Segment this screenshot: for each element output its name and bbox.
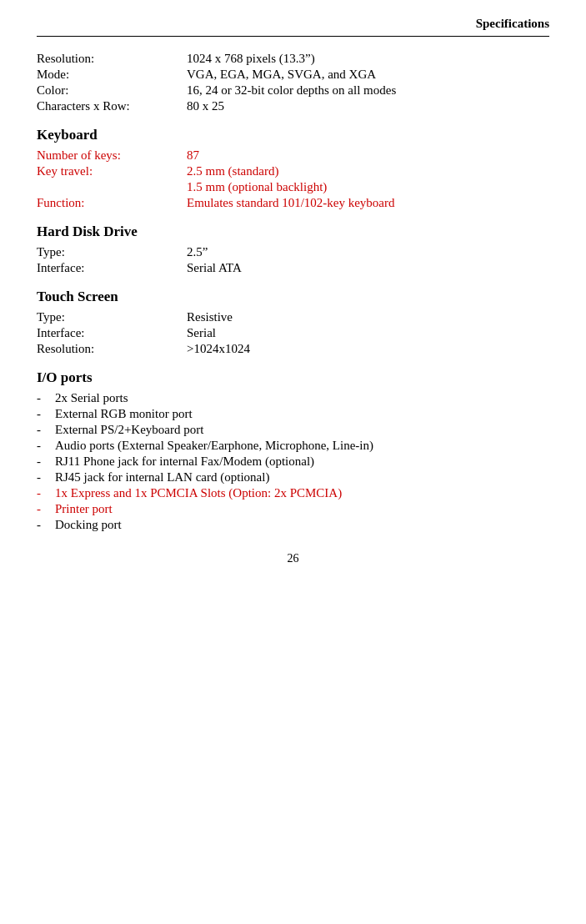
io-ports-section-title: I/O ports (37, 369, 549, 386)
spec-row: Number of keys: 87 (37, 148, 549, 163)
list-dash: - (37, 439, 55, 453)
list-item: - 1x Express and 1x PCMCIA Slots (Option… (37, 486, 549, 500)
touch-screen-section: Touch Screen Type: Resistive Interface: … (37, 289, 549, 356)
list-item-text: RJ11 Phone jack for internal Fax/Modem (… (55, 454, 314, 469)
spec-value: VGA, EGA, MGA, SVGA, and XGA (187, 68, 549, 82)
list-item-text: Docking port (55, 518, 122, 532)
header-title: Specifications (476, 17, 549, 30)
list-item: - External RGB monitor port (37, 407, 549, 421)
spec-value: Serial ATA (187, 261, 549, 275)
spec-row: Color: 16, 24 or 32-bit color depths on … (37, 83, 549, 98)
spec-value: Emulates standard 101/102-key keyboard (187, 196, 549, 210)
spec-row: Key travel: 2.5 mm (standard) (37, 164, 549, 178)
display-section: Resolution: 1024 x 768 pixels (13.3”) Mo… (37, 52, 549, 113)
spec-label: Type: (37, 310, 187, 324)
page-number: 26 (288, 552, 299, 565)
spec-label: Key travel: (37, 164, 187, 178)
spec-row: Resolution: 1024 x 768 pixels (13.3”) (37, 52, 549, 66)
spec-label: Resolution: (37, 52, 187, 66)
spec-label: Interface: (37, 261, 187, 275)
hard-disk-section: Hard Disk Drive Type: 2.5” Interface: Se… (37, 223, 549, 275)
hard-disk-section-title: Hard Disk Drive (37, 223, 549, 240)
list-item-text: 2x Serial ports (55, 391, 128, 405)
spec-label: Interface: (37, 326, 187, 340)
spec-label: Resolution: (37, 342, 187, 356)
list-item: - 2x Serial ports (37, 391, 549, 405)
list-dash: - (37, 470, 55, 485)
spec-row: Mode: VGA, EGA, MGA, SVGA, and XGA (37, 68, 549, 82)
list-item: - Audio ports (External Speaker/Earphone… (37, 439, 549, 453)
spec-label: Function: (37, 196, 187, 210)
keyboard-section-title: Keyboard (37, 127, 549, 143)
spec-value: 87 (187, 148, 549, 163)
list-item: - External PS/2+Keyboard port (37, 423, 549, 437)
list-item-text: Printer port (55, 502, 113, 516)
io-ports-section: I/O ports - 2x Serial ports - External R… (37, 369, 549, 532)
spec-value: Serial (187, 326, 549, 340)
list-dash: - (37, 502, 55, 516)
list-item: - RJ11 Phone jack for internal Fax/Modem… (37, 454, 549, 469)
spec-row: Resolution: >1024x1024 (37, 342, 549, 356)
list-item: - Docking port (37, 518, 549, 532)
list-dash: - (37, 486, 55, 500)
spec-label: Color: (37, 83, 187, 98)
keyboard-section: Keyboard Number of keys: 87 Key travel: … (37, 127, 549, 210)
spec-value: Resistive (187, 310, 549, 324)
list-item-text: 1x Express and 1x PCMCIA Slots (Option: … (55, 486, 342, 500)
list-dash: - (37, 518, 55, 532)
spec-value: 80 x 25 (187, 99, 549, 113)
page-header: Specifications (37, 17, 549, 37)
spec-row: Type: 2.5” (37, 245, 549, 259)
list-item-text: External PS/2+Keyboard port (55, 423, 203, 437)
page-footer: 26 (37, 552, 549, 565)
list-dash: - (37, 454, 55, 469)
list-item-text: External RGB monitor port (55, 407, 193, 421)
spec-value: 2.5” (187, 245, 549, 259)
spec-value-extra: 1.5 mm (optional backlight) (187, 180, 549, 194)
list-dash: - (37, 391, 55, 405)
spec-value: >1024x1024 (187, 342, 549, 356)
spec-row: Interface: Serial (37, 326, 549, 340)
spec-value: 2.5 mm (standard) (187, 164, 549, 178)
list-dash: - (37, 423, 55, 437)
spec-label: Characters x Row: (37, 99, 187, 113)
spec-value: 16, 24 or 32-bit color depths on all mod… (187, 83, 549, 98)
spec-label: Mode: (37, 68, 187, 82)
spec-row: Type: Resistive (37, 310, 549, 324)
spec-row-extra: 1.5 mm (optional backlight) (37, 180, 549, 194)
spec-label: Number of keys: (37, 148, 187, 163)
spec-label-empty (37, 180, 187, 194)
list-item-text: Audio ports (External Speaker/Earphone, … (55, 439, 373, 453)
list-item: - Printer port (37, 502, 549, 516)
spec-row: Interface: Serial ATA (37, 261, 549, 275)
list-item: - RJ45 jack for internal LAN card (optio… (37, 470, 549, 485)
spec-label: Type: (37, 245, 187, 259)
spec-row: Characters x Row: 80 x 25 (37, 99, 549, 113)
io-ports-list: - 2x Serial ports - External RGB monitor… (37, 391, 549, 532)
touch-screen-section-title: Touch Screen (37, 289, 549, 305)
list-item-text: RJ45 jack for internal LAN card (optiona… (55, 470, 269, 485)
spec-value: 1024 x 768 pixels (13.3”) (187, 52, 549, 66)
spec-row: Function: Emulates standard 101/102-key … (37, 196, 549, 210)
list-dash: - (37, 407, 55, 421)
